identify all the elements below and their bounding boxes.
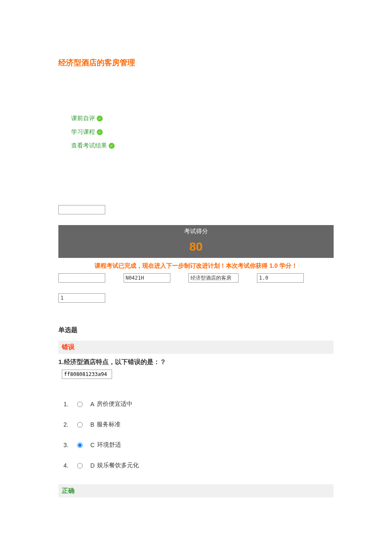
option-a[interactable]: 1. A 房价便宜适中 xyxy=(63,400,334,408)
options-list: 1. A 房价便宜适中 2. B 服务标准 3. C 环境舒适 4. D 娱乐餐… xyxy=(58,400,334,469)
option-number: 4. xyxy=(63,462,75,469)
number-input[interactable] xyxy=(58,293,105,303)
empty-input[interactable] xyxy=(58,205,105,214)
nav-study-course[interactable]: 学习课程 ✓ xyxy=(71,128,334,136)
q2-status-bar: 正确 xyxy=(58,484,334,497)
page-title: 经济型酒店的客房管理 xyxy=(58,58,334,68)
nav-label: 课前自评 xyxy=(71,115,95,122)
radio-option-d[interactable] xyxy=(77,463,83,468)
option-text: 房价便宜适中 xyxy=(97,400,133,408)
radio-option-a[interactable] xyxy=(77,402,83,407)
status-wrong-label: 错误 xyxy=(62,343,75,350)
option-number: 3. xyxy=(63,442,75,448)
score-value-row: 80 xyxy=(58,238,334,258)
radio-option-b[interactable] xyxy=(77,422,83,428)
option-number: 1. xyxy=(63,401,75,408)
score-header: 考试得分 xyxy=(58,225,334,238)
option-letter: B xyxy=(90,421,94,428)
nav-label: 学习课程 xyxy=(71,128,95,136)
info-row xyxy=(58,273,334,283)
info-empty[interactable] xyxy=(58,273,105,283)
nav-pre-assessment[interactable]: 课前自评 ✓ xyxy=(71,115,334,122)
nav-label: 查看考试结果 xyxy=(71,142,107,150)
option-number: 2. xyxy=(63,421,75,428)
option-text: 环境舒适 xyxy=(97,441,121,449)
nav-view-results[interactable]: 查看考试结果 ✓ xyxy=(71,142,334,150)
credit-input[interactable] xyxy=(257,273,304,283)
option-letter: C xyxy=(90,442,95,448)
completion-message: 课程考试已完成，现在进入下一步制订改进计划！本次考试你获得 1.0 学分！ xyxy=(58,258,334,273)
nav-list: 课前自评 ✓ 学习课程 ✓ 查看考试结果 ✓ xyxy=(58,115,334,150)
check-icon: ✓ xyxy=(109,143,115,149)
score-number: 80 xyxy=(189,240,202,253)
radio-option-c[interactable] xyxy=(77,442,83,448)
option-letter: A xyxy=(90,401,94,408)
option-text: 服务标准 xyxy=(97,421,121,428)
option-d[interactable]: 4. D 娱乐餐饮多元化 xyxy=(63,462,334,469)
option-letter: D xyxy=(90,462,95,469)
status-correct-label: 正确 xyxy=(62,487,75,494)
course-code-input[interactable] xyxy=(124,273,170,283)
check-icon: ✓ xyxy=(97,129,103,135)
course-name-input[interactable] xyxy=(188,273,239,283)
question-1-text: 1.经济型酒店特点，以下错误的是：？ xyxy=(58,354,334,370)
section-title-single-choice: 单选题 xyxy=(58,326,334,334)
q1-status-bar: 错误 xyxy=(58,341,334,354)
check-icon: ✓ xyxy=(97,116,103,121)
option-text: 娱乐餐饮多元化 xyxy=(97,462,139,469)
question-id-input[interactable] xyxy=(62,370,112,379)
option-b[interactable]: 2. B 服务标准 xyxy=(63,421,334,428)
option-c[interactable]: 3. C 环境舒适 xyxy=(63,441,334,449)
